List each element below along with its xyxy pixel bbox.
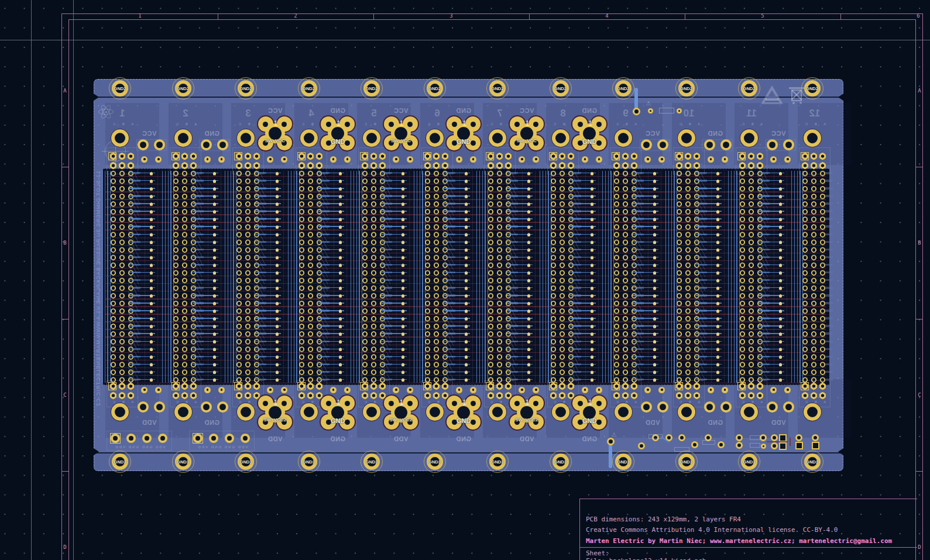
power-clover-connector[interactable]: 1GND [319,115,356,152]
mounting-hole-gnd[interactable]: GND2 [611,76,636,101]
frame-row-tick [61,167,68,167]
cluster-pad[interactable] [736,442,743,449]
mounting-hole-gnd[interactable]: GND2 [737,76,761,101]
mounting-hole-label: GND3 [359,459,384,465]
field-courtyard-line [346,171,347,383]
slot-big-hole[interactable] [678,129,695,147]
cluster-square-pad[interactable] [779,442,787,450]
cluster-pad[interactable] [736,434,743,441]
power-clover-connector[interactable]: 1SW_VCC [382,115,420,152]
mounting-hole-gnd[interactable]: GND3 [171,449,195,474]
slot-big-hole[interactable] [174,129,192,147]
cluster-square-pad[interactable] [812,442,819,449]
medium-pad[interactable] [217,401,228,413]
slot-big-hole[interactable] [489,129,506,147]
cluster-pad[interactable] [771,434,778,441]
clover-corner-hole [514,122,520,127]
cluster-pad[interactable] [771,442,778,449]
via-column [652,171,657,386]
trace-diagonal-blue [254,172,265,382]
mounting-hole-gnd[interactable]: GND3 [108,449,132,474]
mounting-hole-gnd[interactable]: GND3 [423,449,447,474]
medium-pad[interactable] [657,401,668,413]
power-clover-connector[interactable]: 1GND [445,115,482,152]
power-clover-connector[interactable]: 1SW_VCC2 [508,394,545,431]
slot-big-hole[interactable] [804,129,821,147]
cluster-pad[interactable] [812,434,819,441]
mounting-hole-gnd[interactable]: GND3 [548,449,573,474]
mounting-hole-gnd[interactable]: GND3 [297,449,321,474]
silk-refdes-box [750,443,760,448]
cluster-pad[interactable] [638,442,645,449]
power-word-silk: VCC [388,107,414,114]
mounting-hole-gnd[interactable]: GND2 [548,76,573,101]
pcb-editor-canvas[interactable]: 123456AABBCCDD PCB dimensions: 243 x129m… [0,0,930,560]
silk-refdes-box [750,435,760,440]
power-clover-connector[interactable]: 1SW_VCC [508,115,545,152]
medium-pad[interactable] [138,401,149,413]
trace-diagonal-blue [317,172,328,382]
power-header-4pin[interactable]: VDD GND GND VDD [107,431,172,451]
cluster-pad[interactable] [718,441,725,448]
mounting-hole-gnd[interactable]: GND2 [674,76,699,101]
jumper-wire-blue[interactable] [634,88,638,110]
field-courtyard-line [598,171,599,383]
mounting-hole-gnd[interactable]: GND3 [485,449,510,474]
power-word-silk: GND [451,435,476,442]
field-courtyard-line [208,171,208,383]
slot-big-hole[interactable] [237,129,255,147]
mounting-hole-gnd[interactable]: GND3 [674,449,699,474]
cluster-pad[interactable] [678,434,685,441]
cluster-pad[interactable] [795,434,802,441]
mounting-hole-gnd[interactable]: GND2 [485,76,510,101]
slot-big-hole[interactable] [300,129,318,147]
slot-big-hole[interactable] [426,129,444,147]
mounting-hole-gnd[interactable]: GND3 [234,449,258,474]
power-header-4pin[interactable]: VDD GND GND VDD [189,431,255,451]
power-clover-connector[interactable]: 1GND [445,394,482,431]
slot-big-hole[interactable] [615,129,632,147]
mounting-hole-gnd[interactable]: GND3 [800,449,825,474]
mounting-hole-gnd[interactable]: GND3 [359,449,384,474]
mounting-hole-gnd[interactable]: GND2 [359,76,384,101]
mounting-hole-gnd[interactable]: GND2 [171,76,195,101]
slot-big-hole[interactable] [111,129,129,147]
slot-big-hole[interactable] [740,129,758,147]
slot-big-hole[interactable] [552,129,569,147]
frame-row-label: B [61,240,69,246]
mounting-hole-gnd[interactable]: GND2 [423,76,447,101]
medium-pad[interactable] [154,401,165,413]
mounting-hole-gnd[interactable]: GND3 [737,449,761,474]
medium-pad[interactable] [720,401,732,413]
jumper-wire-blue[interactable] [609,442,612,468]
medium-pad[interactable] [704,401,715,413]
power-clover-connector[interactable]: 1GND [571,115,608,152]
mounting-hole-gnd[interactable]: GND2 [297,76,321,101]
via-column [589,171,595,386]
power-clover-connector[interactable]: 1SW_VCC2 [382,394,420,431]
medium-pad[interactable] [201,401,212,413]
mounting-hole-gnd[interactable]: GND3 [611,449,636,474]
mounting-hole-gnd[interactable]: GND2 [108,76,132,101]
slot-big-hole[interactable] [363,129,380,147]
cluster-square-pad[interactable] [779,434,787,442]
power-clover-connector[interactable]: 1GND [571,394,608,431]
slot-number-silk: 12 [805,108,824,119]
power-clover-connector[interactable]: 1SW_VCC [256,115,294,152]
cluster-square-pad[interactable] [795,442,803,449]
connector-pad-column[interactable] [801,170,827,384]
small-pad-hole [283,158,286,160]
mounting-hole-label: GND2 [800,86,825,91]
power-word-silk: GND [325,435,351,442]
power-clover-connector[interactable]: 1GND [319,394,356,431]
cluster-pad[interactable] [760,434,767,441]
medium-pad[interactable] [783,401,794,413]
mounting-hole-gnd[interactable]: GND2 [800,76,825,101]
mounting-hole-gnd[interactable]: GND2 [234,76,258,101]
power-clover-connector[interactable]: 1SW_VCC2 [256,394,294,431]
pin1-square-outline [360,152,368,160]
medium-pad[interactable] [767,401,778,413]
cluster-pad[interactable] [691,441,698,448]
medium-pad[interactable] [641,401,652,413]
field-courtyard-line [472,171,473,383]
